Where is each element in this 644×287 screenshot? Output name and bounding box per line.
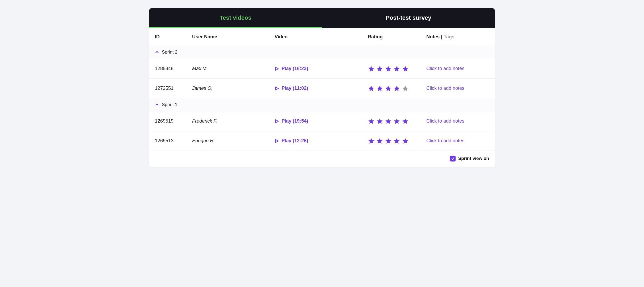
star-icon[interactable]: [402, 65, 409, 72]
col-notes: Notes: [426, 34, 440, 39]
star-icon[interactable]: [368, 118, 375, 125]
col-id: ID: [155, 34, 192, 40]
cell-user: James O.: [192, 86, 275, 91]
chevron-up-icon: [155, 103, 159, 107]
star-icon[interactable]: [376, 118, 383, 125]
col-user: User Name: [192, 34, 275, 40]
star-icon[interactable]: [385, 138, 392, 144]
star-icon[interactable]: [393, 138, 400, 144]
col-notes-tags: Notes | Tags: [426, 34, 489, 40]
play-button[interactable]: Play (11:02): [275, 86, 368, 91]
play-icon: [275, 139, 279, 143]
cell-id: 1285848: [155, 66, 192, 71]
group-header[interactable]: Sprint 2: [149, 46, 495, 59]
sprint-view-label: Sprint view on: [458, 156, 489, 161]
play-label: Play (11:02): [282, 86, 308, 91]
star-icon[interactable]: [385, 118, 392, 125]
col-sep: |: [441, 34, 444, 39]
star-icon[interactable]: [385, 65, 392, 72]
star-icon[interactable]: [402, 85, 409, 92]
star-icon[interactable]: [368, 85, 375, 92]
panel-footer: Sprint view on: [149, 151, 495, 167]
col-video: Video: [275, 34, 368, 40]
tab-label: Post-test survey: [386, 14, 431, 21]
svg-marker-2: [275, 120, 278, 123]
star-icon[interactable]: [385, 85, 392, 92]
star-icon[interactable]: [376, 65, 383, 72]
results-panel: Test videos Post-test survey ID User Nam…: [149, 8, 495, 167]
cell-id: 1269519: [155, 118, 192, 124]
play-button[interactable]: Play (12:26): [275, 138, 368, 144]
star-icon[interactable]: [393, 65, 400, 72]
col-rating: Rating: [368, 34, 426, 40]
table-row: 1285848Max M.Play (16:23)Click to add no…: [149, 59, 495, 79]
star-icon[interactable]: [368, 65, 375, 72]
tabs-bar: Test videos Post-test survey: [149, 8, 495, 28]
cell-user: Frederick F.: [192, 118, 275, 124]
table-row: 1269519Frederick F.Play (19:54)Click to …: [149, 111, 495, 131]
add-notes-link[interactable]: Click to add notes: [426, 118, 489, 124]
add-notes-link[interactable]: Click to add notes: [426, 86, 489, 91]
tab-post-test-survey[interactable]: Post-test survey: [322, 8, 495, 28]
tab-label: Test videos: [220, 14, 251, 21]
star-icon[interactable]: [393, 85, 400, 92]
svg-marker-1: [275, 87, 278, 90]
chevron-up-icon: [155, 50, 159, 54]
star-icon[interactable]: [368, 138, 375, 144]
table-row: 1272551James O.Play (11:02)Click to add …: [149, 79, 495, 98]
play-label: Play (16:23): [282, 66, 308, 71]
play-label: Play (19:54): [282, 118, 308, 124]
play-button[interactable]: Play (19:54): [275, 118, 368, 124]
star-icon[interactable]: [393, 118, 400, 125]
rating-stars[interactable]: [368, 138, 426, 144]
play-icon: [275, 119, 279, 123]
rating-stars[interactable]: [368, 85, 426, 92]
sprint-view-checkbox[interactable]: [450, 156, 456, 161]
star-icon[interactable]: [376, 85, 383, 92]
play-button[interactable]: Play (16:23): [275, 66, 368, 71]
cell-id: 1272551: [155, 86, 192, 91]
checkmark-icon: [451, 157, 455, 160]
col-tags: Tags: [444, 34, 455, 39]
table-header: ID User Name Video Rating Notes | Tags: [149, 28, 495, 46]
play-icon: [275, 86, 279, 91]
star-icon[interactable]: [402, 118, 409, 125]
add-notes-link[interactable]: Click to add notes: [426, 138, 489, 144]
rating-stars[interactable]: [368, 118, 426, 125]
star-icon[interactable]: [376, 138, 383, 144]
cell-user: Max M.: [192, 66, 275, 71]
rating-stars[interactable]: [368, 65, 426, 72]
play-icon: [275, 67, 279, 71]
group-header[interactable]: Sprint 1: [149, 98, 495, 111]
group-name: Sprint 1: [162, 102, 177, 107]
tab-test-videos[interactable]: Test videos: [149, 8, 322, 28]
svg-marker-3: [275, 139, 278, 143]
play-label: Play (12:26): [282, 138, 308, 144]
star-icon[interactable]: [402, 138, 409, 144]
group-name: Sprint 2: [162, 50, 177, 55]
add-notes-link[interactable]: Click to add notes: [426, 66, 489, 71]
cell-user: Enrique H.: [192, 138, 275, 144]
table-row: 1269513Enrique H.Play (12:26)Click to ad…: [149, 131, 495, 151]
cell-id: 1269513: [155, 138, 192, 144]
table-body: Sprint 21285848Max M.Play (16:23)Click t…: [149, 46, 495, 151]
svg-marker-0: [275, 67, 278, 70]
